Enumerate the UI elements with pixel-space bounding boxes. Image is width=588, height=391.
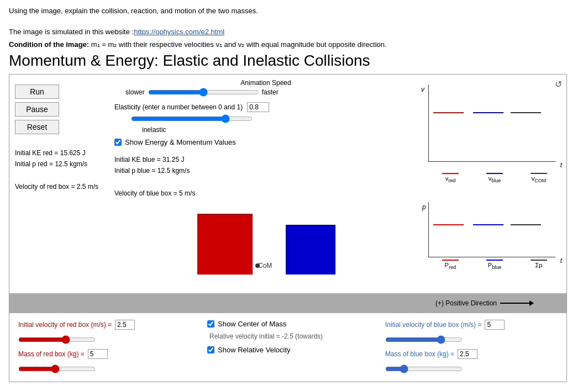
legend-vblue-line — [486, 173, 503, 174]
faster-label: faster — [262, 88, 279, 96]
red-p: Initial p red = 12.5 kgm/s — [15, 158, 103, 170]
positive-direction: (+) Positive Direction — [435, 299, 533, 307]
elasticity-slider-row — [109, 114, 423, 125]
pause-button[interactable]: Pause — [15, 102, 59, 117]
legend-psum-line — [531, 260, 547, 261]
legend-vblue: vblue — [486, 173, 503, 183]
show-rel-vel-row: Show Relative Velocity — [207, 346, 380, 354]
blue-vel-input[interactable] — [485, 320, 505, 330]
blue-vel-row: Initial velocity of blue box (m/s) = — [385, 320, 558, 330]
legend-vred: vred — [442, 173, 459, 183]
blue-box — [286, 225, 335, 274]
intro-line2-text: The image is simulated in this website : — [9, 28, 134, 36]
intro-line2: The image is simulated in this website :… — [9, 28, 579, 36]
p-legend: Pred Pblue Σp — [428, 260, 561, 270]
reset-button[interactable]: Reset — [15, 120, 59, 134]
red-vel: Velocity of red box = 2.5 m/s — [15, 181, 103, 192]
top-area: Run Pause Reset Initial KE red = 15.625 … — [9, 75, 566, 293]
slower-label: slower — [125, 88, 145, 96]
red-mass-input[interactable] — [88, 349, 108, 359]
right-charts: v t vred vblue — [428, 79, 561, 291]
legend-vblue-label: vblue — [489, 175, 501, 183]
blue-mass-slider[interactable] — [385, 364, 463, 373]
blue-info-block: Initial KE blue = 31.25 J Initial p blue… — [109, 154, 423, 199]
p-axis-label: p — [422, 203, 426, 211]
show-com-checkbox[interactable] — [207, 320, 214, 327]
positive-direction-label: (+) Positive Direction — [435, 299, 497, 307]
legend-vcom-label: vCOM — [532, 175, 547, 183]
p-blue-line — [473, 224, 503, 225]
gray-bar: (+) Positive Direction — [9, 293, 566, 313]
condition-text: Condition of the image: m₁ = m₂ with the… — [9, 40, 579, 49]
velocity-chart-container: v t vred vblue — [428, 84, 561, 186]
blue-mass-row: Mass of blue box (kg) = — [385, 349, 558, 359]
legend-pblue: Pblue — [486, 260, 503, 270]
t-axis-label-v: t — [560, 161, 562, 169]
show-rel-vel-checkbox[interactable] — [207, 346, 214, 353]
checkbox-energy-label: Show Energy & Momentum Values — [125, 138, 236, 146]
relative-vel-text: Relative velocity initial = -2.5 (toward… — [207, 332, 380, 340]
red-mass-slider[interactable] — [18, 364, 96, 373]
animation-speed-slider[interactable] — [148, 88, 259, 97]
blue-ke: Initial KE blue = 31.25 J — [114, 154, 423, 165]
show-com-label: Show Center of Mass — [218, 320, 286, 328]
bottom-right: Initial velocity of blue box (m/s) = Mas… — [385, 320, 558, 375]
bottom-center: Show Center of Mass Relative velocity in… — [196, 320, 380, 358]
legend-vred-label: vred — [445, 175, 456, 183]
sim-link[interactable]: https://ophysics.com/e2.html — [134, 28, 224, 36]
t-axis-label-p: t — [560, 257, 562, 265]
run-button[interactable]: Run — [15, 84, 59, 99]
condition-bold: Condition of the image: — [9, 40, 89, 49]
center-area: Animation Speed slower faster Elasticity… — [103, 79, 428, 291]
blue-mass-input[interactable] — [458, 349, 477, 359]
red-vel-slider-label: Initial velocity of red box (m/s) = — [18, 321, 112, 329]
red-info-block: Initial KE red = 15.625 J Initial p red … — [15, 147, 103, 193]
bottom-left: Initial velocity of red box (m/s) = Mass… — [18, 320, 191, 375]
momentum-chart: p t — [428, 202, 555, 257]
checkbox-energy[interactable] — [114, 139, 122, 146]
elasticity-label: Elasticity (enter a number between 0 and… — [114, 103, 243, 111]
inelastic-label: inelastic — [109, 126, 423, 134]
p-red-line — [433, 224, 464, 225]
legend-vred-line — [442, 173, 459, 174]
red-mass-row: Mass of red box (kg) = — [18, 349, 191, 359]
checkbox-energy-row: Show Energy & Momentum Values — [109, 138, 423, 146]
v-red-line — [433, 112, 464, 113]
legend-vcom-line — [531, 173, 547, 174]
animation-speed-row: slower faster — [109, 88, 423, 97]
red-vel-slider[interactable] — [18, 335, 96, 344]
left-controls: Run Pause Reset Initial KE red = 15.625 … — [15, 79, 103, 291]
v-axis-label: v — [421, 86, 424, 93]
elasticity-slider[interactable] — [131, 114, 253, 123]
red-box — [197, 214, 253, 274]
red-mass-slider-row — [18, 364, 191, 375]
blue-vel-slider[interactable] — [385, 335, 463, 344]
legend-pred-label: Pred — [445, 262, 456, 270]
red-vel-input[interactable] — [115, 320, 135, 330]
intro-line1: Using the image, explain the collision, … — [9, 7, 579, 15]
red-ke: Initial KE red = 15.625 J — [15, 147, 103, 158]
blue-vel-slider-row — [385, 335, 558, 346]
show-rel-vel-label: Show Relative Velocity — [218, 346, 291, 354]
animation-speed-title: Animation Speed — [109, 79, 423, 87]
legend-pred: Pred — [442, 260, 459, 270]
legend-vcom: vCOM — [531, 173, 547, 183]
simulation-container: ↺ Run Pause Reset Initial KE red = 15.62… — [9, 74, 567, 382]
red-vel-row: Initial velocity of red box (m/s) = — [18, 320, 191, 330]
legend-pred-line — [442, 260, 459, 261]
red-mass-label: Mass of red box (kg) = — [18, 350, 85, 358]
elasticity-row: Elasticity (enter a number between 0 and… — [109, 102, 423, 112]
v-com-line — [511, 112, 541, 113]
arrow-right-icon — [500, 303, 533, 304]
show-com-row: Show Center of Mass — [207, 320, 380, 328]
blue-mass-label: Mass of blue box (kg) = — [385, 350, 454, 358]
elasticity-input[interactable] — [247, 102, 269, 112]
legend-psum: Σp — [531, 260, 547, 270]
red-vel-slider-row — [18, 335, 191, 346]
legend-pblue-label: Pblue — [488, 262, 501, 270]
com-label: CoM — [258, 262, 272, 270]
legend-pblue-line — [486, 260, 503, 261]
page-title: Momentum & Energy: Elastic and Inelastic… — [9, 52, 579, 70]
v-blue-line — [473, 112, 503, 113]
condition-detail: m₁ = m₂ with their respective velocities… — [89, 40, 386, 49]
